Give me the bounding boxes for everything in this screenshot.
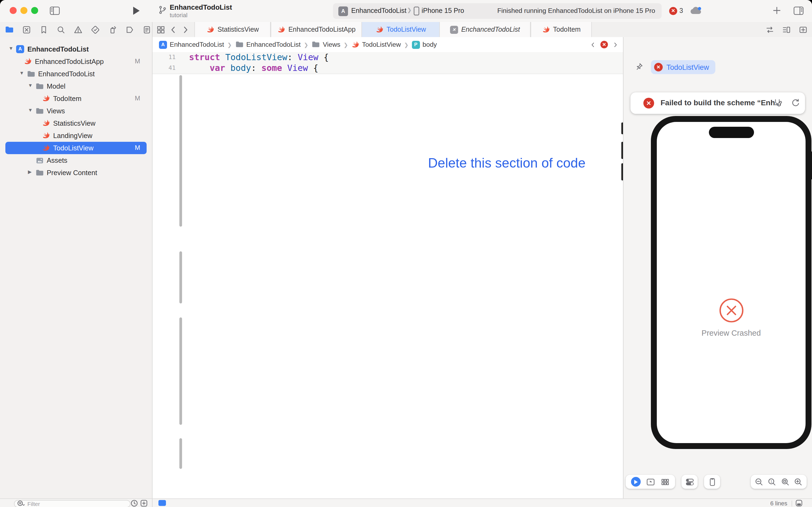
tab-EnhancedTodoListApp[interactable]: EnhancedTodoListApp [271,22,362,37]
run-destination[interactable]: iPhone 15 Pro [421,7,464,14]
navigator-tab-warning[interactable] [72,23,84,36]
code-line-82[interactable] [152,73,623,84]
sidebar-item-Views[interactable]: ▼Views [0,105,152,117]
navigator-tab-folder[interactable] [3,23,15,36]
sidebar-item-TodoItem[interactable]: TodoItemM [0,92,152,105]
code-line-119[interactable] [152,481,623,492]
code-editor[interactable]: 11 struct TodoListView: View {41 var bod… [152,52,623,498]
tab-TodoListView[interactable]: TodoListView [362,22,439,37]
minimap-toggle-icon[interactable] [795,500,803,507]
canvas-divider[interactable] [623,37,624,498]
pin-preview-icon[interactable] [635,62,643,73]
code-line-98[interactable] [152,250,623,261]
sidebar-item-StatisticsView[interactable]: StatisticsView [0,117,152,129]
editor-list-icon[interactable] [782,25,791,34]
sidebar-divider[interactable] [152,22,153,507]
navigator-tab-search[interactable] [55,23,67,36]
minimize-window-button[interactable] [20,7,27,14]
file-status-icon[interactable] [159,500,166,506]
code-line-85[interactable] [152,107,623,118]
code-line-109[interactable] [152,371,623,382]
code-line-92[interactable] [152,184,623,195]
navigator-tab-square-x[interactable] [20,23,32,36]
toggle-right-sidebar-icon[interactable] [793,5,804,18]
zoom-in-icon[interactable] [794,477,803,486]
code-line-90[interactable] [152,162,623,173]
swap-icon[interactable] [765,25,774,34]
code-line-84[interactable] [152,96,623,107]
chevron-down-icon[interactable]: ▼ [9,46,13,51]
variants-icon[interactable] [660,477,670,486]
tab-StatisticsView[interactable]: StatisticsView [194,22,271,37]
breadcrumb[interactable]: AEnhancedTodoList❯EnhancedTodoList❯Views… [159,37,437,52]
error-count[interactable]: 3 [679,7,683,14]
close-window-button[interactable] [10,7,17,14]
code-line-89[interactable] [152,151,623,162]
code-line-106[interactable] [152,338,623,349]
zoom-one-icon[interactable]: 1 [768,477,777,486]
zoom-window-button[interactable] [31,7,38,14]
code-line-110[interactable] [152,382,623,393]
sticky-code-line-41[interactable]: 41 var body: some View { [152,63,623,74]
related-items-icon[interactable] [156,25,165,34]
code-line-105[interactable] [152,327,623,338]
breadcrumb-item-EnhancedTodoList[interactable]: AEnhancedTodoList [159,41,224,49]
tab-TodoItem[interactable]: TodoItem [531,22,592,37]
jump-forward-icon[interactable] [612,40,619,49]
go-forward-icon[interactable] [181,25,190,34]
zoom-out-icon[interactable] [755,477,764,486]
recent-files-icon[interactable] [130,500,138,507]
build-failed-banner[interactable]: ✕ Failed to build the scheme “Enh... [631,92,805,114]
sidebar-item-TodoListView[interactable]: TodoListViewM [0,142,152,154]
code-line-113[interactable] [152,415,623,426]
run-button[interactable] [132,6,141,18]
scheme-name[interactable]: EnhancedTodoList [351,7,407,14]
code-line-95[interactable] [152,217,623,228]
code-line-88[interactable] [152,139,623,151]
code-line-114[interactable] [152,426,623,437]
sidebar-item-EnhancedTodoList[interactable]: ▼EnhancedTodoList [0,68,152,80]
play-blue-icon[interactable] [631,477,641,487]
phone-icon[interactable] [707,477,717,486]
code-line-100[interactable] [152,272,623,283]
diagnostics-icon[interactable] [773,98,782,110]
cursor-rect-icon[interactable] [646,477,655,486]
go-back-icon[interactable] [169,25,178,34]
navigator-tab-test[interactable] [89,23,101,36]
code-line-86[interactable] [152,118,623,129]
code-line-94[interactable] [152,206,623,217]
chevron-right-icon[interactable]: ▶ [28,169,32,175]
jump-back-icon[interactable] [590,40,596,49]
chevron-down-icon[interactable]: ▼ [19,70,24,76]
breadcrumb-item-Views[interactable]: Views [311,40,340,49]
sidebar-item-Assets[interactable]: Assets [0,154,152,167]
code-line-102[interactable] [152,294,623,305]
add-filter-icon[interactable] [140,500,148,507]
breadcrumb-item-EnhancedTodoList[interactable]: EnhancedTodoList [235,40,300,49]
preview-tab-chip[interactable]: ✕ TodoListView [651,60,715,74]
breadcrumb-item-body[interactable]: Pbody [412,41,437,49]
code-line-103[interactable] [152,305,623,316]
sidebar-item-LandingView[interactable]: LandingView [0,129,152,142]
sticky-code-line-11[interactable]: 11 struct TodoListView: View { [152,52,623,63]
code-line-111[interactable] [152,393,623,404]
navigator-tab-spray[interactable] [106,23,118,36]
add-tab-icon[interactable] [772,6,781,17]
code-line-118[interactable] [152,470,623,481]
code-line-104[interactable] [152,316,623,327]
code-line-91[interactable] [152,173,623,184]
sidebar-item-EnhancedTodoListApp[interactable]: EnhancedTodoListAppM [0,55,152,68]
chevron-down-icon[interactable]: ▼ [28,83,33,88]
sidebar-item-Model[interactable]: ▼Model [0,80,152,92]
code-line-115[interactable] [152,437,623,448]
toggles-icon[interactable] [685,477,694,486]
add-editor-icon[interactable] [799,25,808,34]
code-line-93[interactable] [152,195,623,206]
sidebar-item-EnhancedTodoList[interactable]: ▼AEnhancedTodoList [0,43,152,55]
sidebar-item-Preview-Content[interactable]: ▶Preview Content [0,167,152,179]
code-line-107[interactable] [152,349,623,360]
code-line-97[interactable] [152,239,623,250]
code-line-117[interactable] [152,459,623,470]
activity-status-bar[interactable]: A EnhancedTodoList ❯ iPhone 15 Pro Finis… [333,3,661,19]
tab-EnchancedTodoList[interactable]: ✕EnchancedTodoList [439,22,531,37]
